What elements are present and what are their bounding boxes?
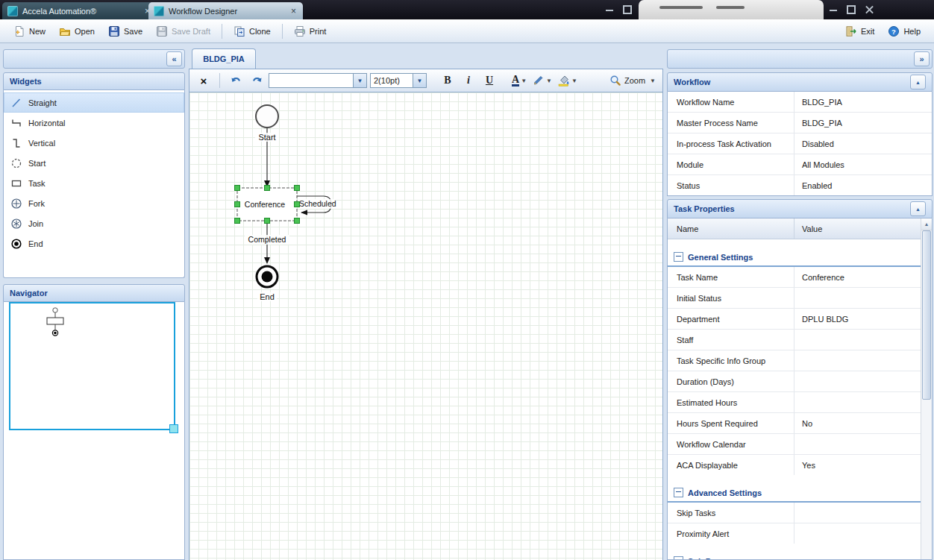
browser-tab-workflow-designer[interactable]: Workflow Designer × xyxy=(148,2,303,19)
fill-color-button[interactable]: ▼ xyxy=(557,72,579,89)
property-value[interactable]: DPLU BLDG xyxy=(794,309,921,329)
table-row: Skip Tasks xyxy=(668,503,921,523)
magnifier-icon xyxy=(609,75,621,86)
print-button-label: Print xyxy=(310,27,327,36)
save-button[interactable]: Save xyxy=(102,22,148,41)
zoom-dropdown[interactable]: Zoom ▼ xyxy=(609,75,657,86)
main-toolbar: New Open Save Save Draft Clone Print Exi… xyxy=(0,19,934,43)
save-draft-button[interactable]: Save Draft xyxy=(150,22,216,41)
chevron-down-icon[interactable]: ▼ xyxy=(413,74,426,87)
font-size-value: 2(10pt) xyxy=(371,76,413,85)
collapse-group-icon xyxy=(674,556,683,560)
collapse-panel-button[interactable]: ▲ xyxy=(910,201,926,216)
workflow-designer-app: Accela Automation® × Workflow Designer ×… xyxy=(0,0,934,560)
property-value[interactable]: Conference xyxy=(794,267,921,287)
background-window-decor xyxy=(716,6,745,9)
maximize-icon[interactable] xyxy=(847,5,856,14)
font-family-combo[interactable]: ▼ xyxy=(269,73,367,88)
property-name: Master Process Name xyxy=(668,113,794,133)
underline-button[interactable]: U xyxy=(480,72,498,89)
browser-tab-bar: Accela Automation® × Workflow Designer × xyxy=(0,0,934,19)
new-document-icon xyxy=(13,25,25,37)
start-node-label: Start xyxy=(258,133,275,142)
help-icon: ? xyxy=(888,25,900,37)
property-value[interactable] xyxy=(794,434,921,454)
property-name: Workflow Calendar xyxy=(668,434,794,454)
group-title: Advanced Settings xyxy=(688,488,762,497)
tab-close-icon[interactable]: × xyxy=(289,7,298,16)
widget-item-fork[interactable]: Fork xyxy=(4,193,184,213)
property-value[interactable] xyxy=(794,288,921,308)
widget-item-start[interactable]: Start xyxy=(4,153,184,173)
font-size-combo[interactable]: 2(10pt) ▼ xyxy=(370,73,427,88)
print-button[interactable]: Print xyxy=(288,22,333,41)
highlight-button[interactable]: ▼ xyxy=(531,72,554,89)
save-disk-icon xyxy=(108,25,120,37)
property-value[interactable] xyxy=(794,392,921,412)
scrollbar-thumb[interactable] xyxy=(922,230,931,400)
transition-label[interactable]: Scheduled xyxy=(299,199,336,208)
delete-button[interactable]: × xyxy=(195,72,213,89)
property-value[interactable] xyxy=(794,350,921,371)
collapse-panel-button[interactable]: ▲ xyxy=(910,75,926,89)
redo-button[interactable] xyxy=(248,72,266,89)
task-properties-scrollbar[interactable]: ▲ xyxy=(921,218,932,559)
window-controls xyxy=(830,5,874,14)
widget-item-straight[interactable]: Straight xyxy=(4,92,184,113)
property-value[interactable] xyxy=(794,523,921,544)
open-folder-icon xyxy=(59,25,71,37)
end-node-icon xyxy=(10,238,23,250)
widget-label: Straight xyxy=(28,98,57,107)
group-header-sub-process[interactable]: Sub Process xyxy=(668,553,921,560)
property-value[interactable]: Yes xyxy=(794,455,921,475)
group-header-general-settings[interactable]: General Settings xyxy=(668,248,921,267)
widget-item-end[interactable]: End xyxy=(4,233,184,254)
collapse-right-panel-button[interactable]: » xyxy=(914,51,930,66)
minimize-icon[interactable] xyxy=(606,10,613,11)
table-row: Task Specific Info Group xyxy=(668,350,921,371)
collapse-group-icon xyxy=(674,488,683,497)
column-header-value: Value xyxy=(794,218,921,239)
start-node[interactable] xyxy=(256,105,278,128)
exit-button[interactable]: Exit xyxy=(839,22,880,41)
widget-item-task[interactable]: Task xyxy=(4,173,184,193)
italic-button[interactable]: i xyxy=(460,72,477,89)
maximize-icon[interactable] xyxy=(623,5,632,14)
open-button[interactable]: Open xyxy=(53,22,101,41)
property-name: Module xyxy=(668,154,794,174)
widget-item-join[interactable]: Join xyxy=(4,213,184,233)
end-node-core xyxy=(262,271,273,283)
property-value[interactable]: No xyxy=(794,413,921,433)
table-row: Proximity Alert xyxy=(668,523,921,544)
minimize-icon[interactable] xyxy=(830,10,837,11)
clone-button[interactable]: Clone xyxy=(228,22,277,41)
property-value[interactable] xyxy=(794,503,921,523)
close-icon[interactable] xyxy=(865,5,874,13)
scroll-up-icon[interactable]: ▲ xyxy=(921,218,932,230)
navigator-body xyxy=(3,302,185,560)
help-button[interactable]: ? Help xyxy=(882,22,927,41)
font-color-button[interactable]: A ▼ xyxy=(510,72,528,89)
design-canvas[interactable]: Start Conference Scheduled Completed End xyxy=(189,92,663,560)
task-node-label: Conference xyxy=(245,200,285,209)
widget-item-vertical[interactable]: Vertical xyxy=(4,133,184,153)
vertical-connector-icon xyxy=(10,137,23,149)
property-value[interactable] xyxy=(794,371,921,391)
background-window xyxy=(639,0,824,19)
undo-button[interactable] xyxy=(227,72,245,89)
navigator-resize-handle[interactable] xyxy=(169,424,178,433)
collapse-left-panel-button[interactable]: « xyxy=(166,51,182,66)
property-name: Staff xyxy=(668,330,794,350)
bold-button[interactable]: B xyxy=(439,72,457,89)
property-value[interactable] xyxy=(794,330,921,350)
widget-item-horizontal[interactable]: Horizontal xyxy=(4,113,184,133)
designer-tab-bldg-pia[interactable]: BLDG_PIA xyxy=(192,48,256,69)
group-title: General Settings xyxy=(688,253,753,262)
task-properties-title: Task Properties xyxy=(674,204,735,213)
chevron-down-icon[interactable]: ▼ xyxy=(353,74,366,87)
navigator-viewport[interactable] xyxy=(9,302,175,430)
browser-tab-accela-automation[interactable]: Accela Automation® × xyxy=(2,2,157,19)
widget-label: Horizontal xyxy=(28,119,66,128)
group-header-advanced-settings[interactable]: Advanced Settings xyxy=(668,484,921,503)
new-button[interactable]: New xyxy=(7,22,51,41)
